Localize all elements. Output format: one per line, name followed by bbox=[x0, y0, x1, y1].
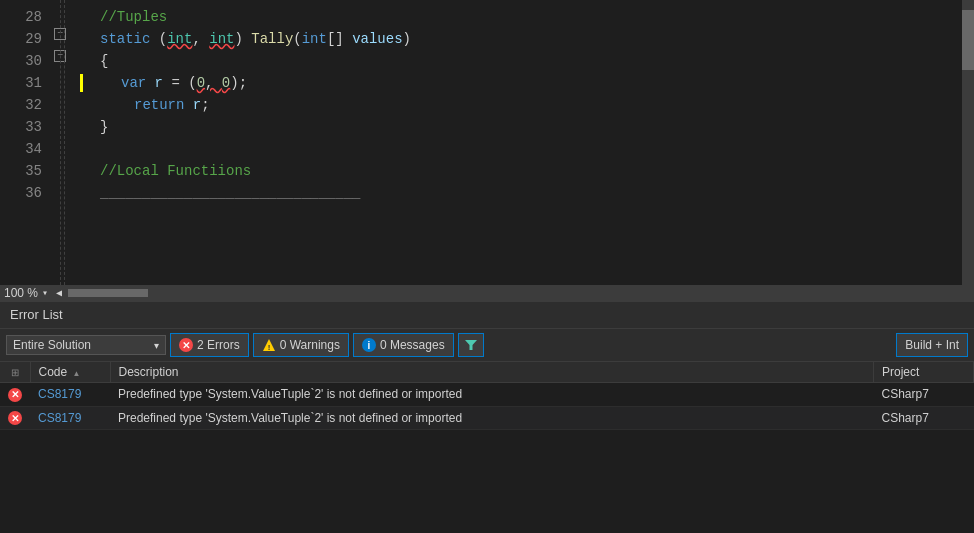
warning-icon: ! bbox=[262, 338, 276, 352]
horizontal-scrollbar[interactable] bbox=[68, 289, 970, 297]
row1-error-code[interactable]: CS8179 bbox=[38, 387, 81, 401]
row1-error-icon: ✕ bbox=[8, 388, 22, 402]
row2-project-cell: CSharp7 bbox=[874, 406, 974, 430]
yellow-indicator bbox=[80, 74, 83, 92]
code-line-34 bbox=[80, 138, 962, 160]
row1-description: Predefined type 'System.ValueTuple`2' is… bbox=[118, 387, 462, 401]
svg-text:!: ! bbox=[267, 343, 270, 352]
indent-guide-1 bbox=[60, 0, 61, 285]
row1-code-cell: CS8179 bbox=[30, 383, 110, 407]
errors-filter-label: 2 Errors bbox=[197, 338, 240, 352]
info-icon: i bbox=[362, 338, 376, 352]
row2-project: CSharp7 bbox=[882, 411, 929, 425]
code-line-28: //Tuples bbox=[80, 6, 962, 28]
table-row[interactable]: ✕ CS8179 Predefined type 'System.ValueTu… bbox=[0, 383, 974, 407]
horizontal-scroll-thumb[interactable] bbox=[68, 289, 148, 297]
svg-marker-2 bbox=[465, 340, 477, 350]
zoom-level: 100 % bbox=[4, 286, 38, 300]
line-numbers: 28 29 30 31 32 33 34 35 36 bbox=[0, 0, 50, 285]
zoom-dropdown-arrow[interactable]: ▾ bbox=[42, 287, 48, 299]
table-header-row: ⊞ Code ▲ Description Project bbox=[0, 362, 974, 383]
filter-icon-button[interactable] bbox=[458, 333, 484, 357]
build-int-label: Build + Int bbox=[905, 338, 959, 352]
warnings-filter-label: 0 Warnings bbox=[280, 338, 340, 352]
build-int-button[interactable]: Build + Int bbox=[896, 333, 968, 357]
error-table: ⊞ Code ▲ Description Project ✕ bbox=[0, 362, 974, 430]
code-line-32: return r; bbox=[80, 94, 962, 116]
row2-desc-cell: Predefined type 'System.ValueTuple`2' is… bbox=[110, 406, 874, 430]
row2-error-icon: ✕ bbox=[8, 411, 22, 425]
scroll-thumb[interactable] bbox=[962, 10, 974, 70]
errors-filter-button[interactable]: ✕ 2 Errors bbox=[170, 333, 249, 357]
col-header-description[interactable]: Description bbox=[110, 362, 874, 383]
error-list-toolbar: Entire Solution ▾ ✕ 2 Errors ! 0 Warning… bbox=[0, 329, 974, 362]
row2-icon-cell: ✕ bbox=[0, 406, 30, 430]
code-line-31: var r = (0, 0); bbox=[80, 72, 962, 94]
code-line-36: _______________________________ bbox=[80, 182, 962, 204]
code-line-33: } bbox=[80, 116, 962, 138]
col-header-icon: ⊞ bbox=[0, 362, 30, 383]
error-list-header: Error List bbox=[0, 302, 974, 329]
error-list-panel: Error List Entire Solution ▾ ✕ 2 Errors … bbox=[0, 301, 974, 430]
scroll-left-button[interactable]: ◀ bbox=[56, 287, 62, 299]
code-content: //Tuples static (int, int) Tally(int[] v… bbox=[70, 0, 962, 285]
code-line-29: static (int, int) Tally(int[] values) bbox=[80, 28, 962, 50]
row1-project-cell: CSharp7 bbox=[874, 383, 974, 407]
scrollbar-area: 100 % ▾ ◀ bbox=[0, 285, 974, 301]
code-line-30: { bbox=[80, 50, 962, 72]
col-header-project[interactable]: Project bbox=[874, 362, 974, 383]
row1-desc-cell: Predefined type 'System.ValueTuple`2' is… bbox=[110, 383, 874, 407]
funnel-icon bbox=[464, 338, 478, 352]
col-code-sort: ▲ bbox=[73, 369, 81, 378]
messages-filter-button[interactable]: i 0 Messages bbox=[353, 333, 454, 357]
row2-code-cell: CS8179 bbox=[30, 406, 110, 430]
col-project-label: Project bbox=[882, 365, 919, 379]
solution-dropdown[interactable]: Entire Solution ▾ bbox=[6, 335, 166, 355]
row1-icon-cell: ✕ bbox=[0, 383, 30, 407]
vertical-scrollbar[interactable] bbox=[962, 0, 974, 285]
indent-guide-2 bbox=[64, 0, 65, 285]
col-desc-label: Description bbox=[119, 365, 179, 379]
code-editor: 28 29 30 31 32 33 34 35 36 − − //Tuples … bbox=[0, 0, 974, 285]
solution-dropdown-label: Entire Solution bbox=[13, 338, 91, 352]
row2-description: Predefined type 'System.ValueTuple`2' is… bbox=[118, 411, 462, 425]
warnings-filter-button[interactable]: ! 0 Warnings bbox=[253, 333, 349, 357]
solution-dropdown-chevron: ▾ bbox=[154, 340, 159, 351]
error-list-title: Error List bbox=[10, 307, 63, 322]
table-row[interactable]: ✕ CS8179 Predefined type 'System.ValueTu… bbox=[0, 406, 974, 430]
col-header-code[interactable]: Code ▲ bbox=[30, 362, 110, 383]
zoom-control: 100 % ▾ ◀ bbox=[4, 286, 62, 300]
row1-project: CSharp7 bbox=[882, 387, 929, 401]
row2-error-code[interactable]: CS8179 bbox=[38, 411, 81, 425]
messages-filter-label: 0 Messages bbox=[380, 338, 445, 352]
code-line-35: //Local Functiions bbox=[80, 160, 962, 182]
col-code-label: Code bbox=[39, 365, 68, 379]
error-icon: ✕ bbox=[179, 338, 193, 352]
gutter: − − bbox=[50, 0, 70, 285]
